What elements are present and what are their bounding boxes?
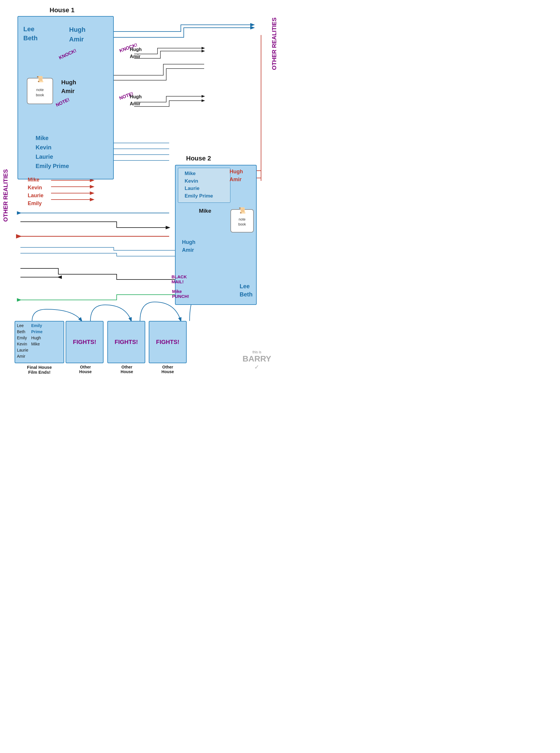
final-house-people: LeeBethEmilyKevinLaurieAmir EmilyPrime H…: [17, 323, 62, 359]
other-realities-left: OTHER REALITIES: [2, 169, 9, 222]
house1-lee: LeeBeth: [23, 25, 38, 43]
notebook1-text: notebook: [36, 87, 44, 98]
fights-label-1: FIGHTS!: [73, 339, 96, 345]
house1-hugh-top: HughAmir: [69, 25, 85, 44]
fights-sublabel-2: OtherHouse: [114, 365, 140, 374]
final-house-label: Final HouseFilm Ends!: [16, 365, 63, 375]
hugh-amir-mid-label: HughAmir: [130, 46, 142, 60]
knock-label: KNOCK!: [58, 48, 77, 60]
fights-sublabel-1: OtherHouse: [72, 365, 99, 374]
house2-box: MikeKevinLaurieEmily Prime Mike HughAmir…: [175, 165, 257, 305]
fights-label-2: FIGHTS!: [115, 339, 138, 345]
house1-group-bottom: MikeKevinLaurieEmily Prime: [36, 133, 69, 171]
barry-this-is: this is: [242, 350, 271, 354]
house2-lee-beth: LeeBeth: [240, 282, 253, 298]
house2-hugh-red: HughAmir: [229, 168, 243, 183]
fights-box-2: FIGHTS!: [107, 321, 145, 363]
hugh-amir-note-label: HughAmir: [130, 93, 142, 107]
house1-label: House 1: [49, 6, 75, 14]
house1-box: LeeBeth HughAmir KNOCK! HughAmir NOTE! n…: [18, 16, 114, 179]
note-label: NOTE!: [55, 97, 71, 108]
house2-mike-solo: Mike: [199, 208, 211, 214]
left-people: MikeKevinLaurieEmily: [28, 176, 43, 207]
house2-hugh-amir: HughAmir: [182, 238, 195, 254]
final-house-col2: EmilyPrime HughMike: [31, 323, 43, 359]
house2-inner-group: MikeKevinLaurieEmily Prime: [178, 168, 231, 203]
notebook2-text: notebook: [238, 217, 246, 227]
house2-label: House 2: [186, 155, 211, 162]
fights-label-3: FIGHTS!: [156, 339, 179, 345]
house2-group1: MikeKevinLaurieEmily Prime: [185, 170, 213, 200]
barry-text: BARRY: [242, 354, 271, 363]
barry-logo: this is BARRY ✓: [242, 350, 271, 371]
other-realities-right: OTHER REALITIES: [271, 18, 278, 70]
punch-label: MikePUNCH!: [172, 289, 189, 299]
notebook2: notebook: [231, 209, 254, 233]
final-house-box: LeeBethEmilyKevinLaurieAmir EmilyPrime H…: [15, 321, 64, 363]
house1-hugh-mid: HughAmir: [61, 78, 76, 95]
main-diagram: House 1 LeeBeth HughAmir KNOCK! HughAmir…: [0, 0, 280, 376]
final-house-col1: LeeBethEmilyKevinLaurieAmir: [17, 323, 28, 359]
fights-box-3: FIGHTS!: [149, 321, 187, 363]
fights-box-1: FIGHTS!: [66, 321, 103, 363]
notebook1: notebook: [27, 78, 53, 104]
fights-sublabel-3: OtherHouse: [155, 365, 181, 374]
blackmail-label: BLACKMAIL!: [172, 274, 187, 284]
